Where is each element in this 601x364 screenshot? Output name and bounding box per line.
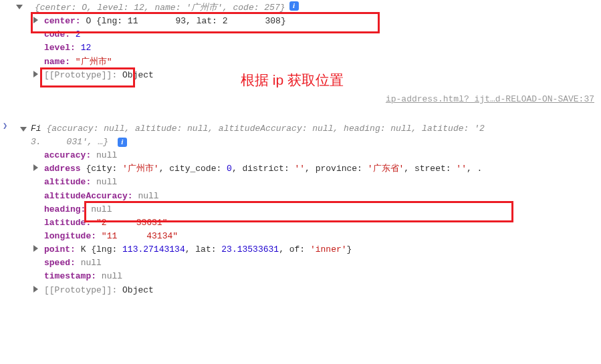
accuracy-value: null bbox=[96, 150, 117, 160]
code-value: 2 bbox=[76, 29, 81, 39]
proto-value: Object bbox=[122, 70, 154, 80]
obj1-name-row: name: "广州市" bbox=[0, 55, 601, 69]
obj2-proto-row[interactable]: [[Prototype]]: Object bbox=[0, 284, 601, 297]
chevron-right-icon[interactable] bbox=[33, 245, 38, 252]
obj1-summary-row[interactable]: {center: O, level: 12, name: '广州市', code… bbox=[0, 1, 601, 15]
key-address: address bbox=[44, 164, 81, 174]
key-heading: heading: bbox=[44, 204, 86, 214]
obj2-address-row[interactable]: address {city: '广州市', city_code: 0, dist… bbox=[0, 162, 601, 176]
key-altitude: altitude: bbox=[44, 177, 91, 187]
key-prototype: [[Prototype]]: bbox=[44, 285, 117, 295]
key-speed: speed: bbox=[44, 258, 76, 268]
altacc-value: null bbox=[138, 191, 158, 201]
chevron-right-icon[interactable] bbox=[33, 286, 38, 293]
obj1-code-row: code: 2 bbox=[0, 28, 601, 41]
obj1-summary: {center: O, level: 12, name: '广州市', code… bbox=[35, 1, 285, 15]
proto-value: Object bbox=[122, 285, 154, 295]
obj2-ts-row: timestamp: null bbox=[0, 270, 601, 283]
lat-value: "233631" bbox=[96, 218, 167, 228]
key-accuracy: accuracy: bbox=[44, 150, 91, 160]
obj1-level-row: level: 12 bbox=[0, 41, 601, 55]
obj2-heading-row: heading: null bbox=[0, 203, 601, 216]
key-name: name: bbox=[44, 57, 70, 67]
chevron-right-icon[interactable] bbox=[33, 71, 38, 77]
obj2-lng-row: longitude: "1143134" bbox=[0, 230, 601, 243]
obj2-altitude-row: altitude: null bbox=[0, 176, 601, 189]
address-value: {city: '广州市', city_code: 0, district: ''… bbox=[86, 164, 482, 174]
obj2-point-row[interactable]: point: K {lng: 113.27143134, lat: 23.135… bbox=[0, 243, 601, 256]
chevron-right-icon[interactable] bbox=[33, 164, 38, 171]
annotation-ip: 根据 ip 获取位置 bbox=[241, 69, 344, 92]
key-longitude: longitude: bbox=[44, 231, 96, 241]
key-code: code: bbox=[44, 29, 70, 39]
key-prototype: [[Prototype]]: bbox=[44, 70, 117, 80]
chevron-right-icon[interactable] bbox=[33, 17, 38, 23]
center-braces: {lng: 1193, lat: 2308} bbox=[96, 16, 286, 26]
obj2-speed-row: speed: null bbox=[0, 256, 601, 270]
level-value: 12 bbox=[81, 43, 92, 53]
lng-value: "1143134" bbox=[102, 231, 178, 241]
altitude-value: null bbox=[96, 177, 117, 187]
obj1-center-row[interactable]: center: O {lng: 1193, lat: 2308} bbox=[0, 15, 601, 28]
ts-value: null bbox=[102, 271, 122, 281]
center-class: O bbox=[86, 16, 96, 26]
point-value: K {lng: 113.27143134, lat: 23.13533631, … bbox=[81, 244, 352, 254]
console-viewport: {center: O, level: 12, name: '广州市', code… bbox=[0, 0, 601, 299]
name-value: "广州市" bbox=[76, 57, 112, 67]
key-latitude: latitude: bbox=[44, 218, 91, 228]
key-point: point: bbox=[44, 244, 76, 254]
info-icon[interactable]: i bbox=[118, 138, 127, 147]
obj2-summary: Fi {accuracy: null, altitude: null, alti… bbox=[31, 124, 485, 147]
info-icon[interactable]: i bbox=[289, 1, 299, 11]
source-link[interactable]: ip-address.html?_ijt…d-RELOAD-ON-SAVE:37 bbox=[386, 94, 594, 104]
chevron-down-icon[interactable] bbox=[20, 127, 27, 132]
key-level: level: bbox=[44, 43, 76, 53]
key-timestamp: timestamp: bbox=[44, 271, 96, 281]
obj2-lat-row: latitude: "233631" bbox=[0, 216, 601, 230]
obj2-summary-row[interactable]: Fi {accuracy: null, altitude: null, alti… bbox=[0, 122, 601, 149]
chevron-down-icon[interactable] bbox=[16, 5, 23, 9]
heading-value: null bbox=[91, 204, 112, 214]
obj2-accuracy-row: accuracy: null bbox=[0, 149, 601, 162]
speed-value: null bbox=[81, 258, 102, 268]
key-altacc: altitudeAccuracy: bbox=[44, 191, 133, 201]
key-center: center: bbox=[44, 16, 81, 26]
obj2-altacc-row: altitudeAccuracy: null bbox=[0, 190, 601, 203]
